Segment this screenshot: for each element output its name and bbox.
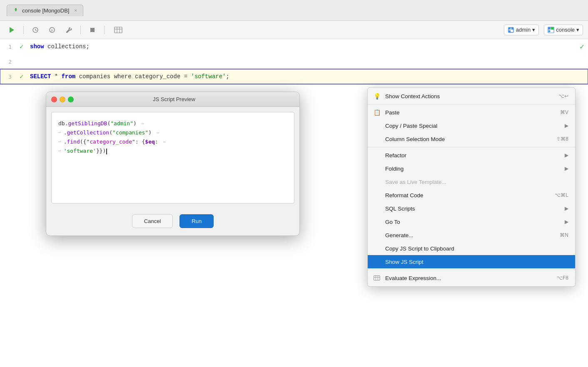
console-dropdown[interactable]: console ▾ [544, 25, 583, 35]
ctx-item-evaluate-expression[interactable]: Evaluate Expression...⌥F8 [368, 271, 575, 285]
dialog-title: JS Script Preview [77, 96, 271, 102]
run-button[interactable] [5, 24, 18, 36]
maximize-traffic-light[interactable] [68, 97, 74, 102]
ctx-separator [368, 104, 575, 104]
ctx-shortcut-evaluate-expression: ⌥F8 [557, 275, 568, 281]
svg-rect-7 [115, 27, 122, 33]
tab-close-button[interactable]: × [74, 8, 77, 13]
line-number-3: 3 [0, 74, 17, 80]
tab-title: console [MongoDB] [22, 7, 69, 14]
toolbar-separator-2 [80, 26, 81, 34]
svg-rect-19 [374, 275, 380, 280]
ctx-shortcut-generate: ⌘N [560, 232, 568, 238]
ctx-label-save-live-template: Save as Live Template... [385, 179, 568, 185]
clock-icon [32, 27, 39, 33]
code-line-2: 2 [0, 54, 588, 69]
wrench-button[interactable] [62, 24, 75, 36]
history-button[interactable] [29, 24, 42, 36]
context-menu[interactable]: 💡Show Context Actions⌥↩📋Paste⌘VCopy / Pa… [367, 87, 576, 287]
ctx-item-go-to[interactable]: Go To▶ [368, 215, 575, 228]
ctx-label-folding: Folding [385, 166, 561, 172]
admin-chevron: ▾ [532, 27, 535, 33]
traffic-lights [51, 97, 74, 102]
svg-point-18 [548, 30, 551, 32]
toolbar: p admin ▾ [0, 21, 588, 39]
console-chevron: ▾ [576, 27, 579, 33]
database-icon [508, 27, 514, 33]
toolbar-separator-1 [23, 26, 24, 34]
preview-line-2: ↩ .getCollection("companies") ✏ [58, 128, 287, 137]
ctx-item-folding[interactable]: Folding▶ [368, 162, 575, 175]
toolbar-right: admin ▾ console ▾ [504, 25, 583, 35]
admin-label: admin [516, 27, 531, 33]
dialog-buttons: Cancel Run [46, 208, 299, 236]
ctx-icon-paste: 📋 [373, 109, 381, 116]
svg-rect-14 [508, 30, 511, 32]
ctx-arrow-copy-paste-special: ▶ [565, 123, 568, 129]
ctx-item-show-context-actions[interactable]: 💡Show Context Actions⌥↩ [368, 89, 575, 103]
svg-line-3 [35, 30, 37, 31]
svg-rect-12 [508, 27, 511, 30]
ctx-label-generate: Generate... [385, 232, 556, 238]
ctx-label-go-to: Go To [385, 219, 561, 225]
svg-rect-17 [551, 27, 554, 30]
mongodb-icon [13, 7, 19, 13]
ctx-separator [368, 270, 575, 270]
preview-line-4: ↩ 'software'}}) [58, 146, 287, 156]
ctx-label-copy-js-script: Copy JS Script to Clipboard [385, 245, 568, 252]
preview-line-3: ↩ .find({"category_code": {$eq: ✏ [58, 137, 287, 146]
ctx-label-sql-scripts: SQL Scripts [385, 206, 561, 212]
title-bar: console [MongoDB] × [0, 0, 588, 21]
admin-dropdown[interactable]: admin ▾ [504, 25, 539, 35]
ctx-label-paste: Paste [385, 109, 556, 116]
ctx-arrow-sql-scripts: ▶ [565, 206, 568, 211]
pause-button[interactable]: p [45, 24, 59, 36]
line-check-3: ✓ [17, 73, 27, 80]
ctx-arrow-go-to: ▶ [565, 219, 568, 225]
ctx-label-copy-paste-special: Copy / Paste Special [385, 123, 561, 129]
line-number-1: 1 [0, 44, 17, 50]
line-content-1: show collections; [27, 43, 576, 50]
run-button-dialog[interactable]: Run [179, 214, 214, 228]
play-icon [8, 27, 15, 33]
table-button[interactable] [110, 24, 127, 36]
svg-text:p: p [50, 28, 53, 32]
pause-icon: p [49, 27, 55, 33]
ctx-shortcut-reformat-code: ⌥⌘L [555, 192, 568, 198]
ctx-shortcut-paste: ⌘V [560, 109, 568, 115]
ctx-item-save-live-template: Save as Live Template... [368, 175, 575, 188]
ctx-arrow-refactor: ▶ [565, 152, 568, 158]
minimize-traffic-light[interactable] [60, 97, 65, 102]
svg-rect-6 [90, 28, 95, 32]
wrench-icon [65, 27, 72, 33]
ctx-label-column-selection: Column Selection Mode [385, 136, 552, 142]
ctx-item-generate[interactable]: Generate...⌘N [368, 228, 575, 242]
stop-icon [89, 27, 96, 33]
js-script-preview-dialog[interactable]: JS Script Preview db.getSiblingDB("admin… [46, 92, 300, 236]
close-traffic-light[interactable] [51, 97, 57, 102]
dialog-titlebar: JS Script Preview [46, 92, 299, 107]
ctx-icon-evaluate-expression [373, 275, 381, 281]
console-label: console [556, 27, 575, 33]
ctx-item-copy-paste-special[interactable]: Copy / Paste Special▶ [368, 119, 575, 132]
code-line-1: 1 ✓ show collections; ✓ [0, 39, 588, 54]
line-end-check-1: ✓ [576, 43, 588, 51]
ctx-item-refactor[interactable]: Refactor▶ [368, 149, 575, 162]
ctx-label-refactor: Refactor [385, 152, 561, 159]
ctx-item-reformat-code[interactable]: Reformat Code⌥⌘L [368, 188, 575, 202]
ctx-item-copy-js-script[interactable]: Copy JS Script to Clipboard [368, 242, 575, 255]
ctx-shortcut-column-selection: ⇧⌘8 [556, 136, 568, 142]
cancel-button[interactable]: Cancel [132, 214, 173, 228]
ctx-label-show-js-script: Show JS Script [385, 259, 568, 265]
stop-button[interactable] [86, 24, 99, 36]
line-content-3: SELECT * from companies where category_c… [27, 73, 588, 80]
ctx-label-show-context-actions: Show Context Actions [385, 93, 554, 99]
ctx-arrow-folding: ▶ [565, 166, 568, 171]
ctx-item-paste[interactable]: 📋Paste⌘V [368, 106, 575, 119]
ctx-item-sql-scripts[interactable]: SQL Scripts▶ [368, 202, 575, 215]
ctx-item-show-js-script[interactable]: Show JS Script [368, 255, 575, 268]
table-icon [114, 27, 122, 33]
ctx-item-column-selection[interactable]: Column Selection Mode⇧⌘8 [368, 132, 575, 146]
console-db-icon [548, 27, 554, 33]
tab-console[interactable]: console [MongoDB] × [7, 5, 83, 16]
